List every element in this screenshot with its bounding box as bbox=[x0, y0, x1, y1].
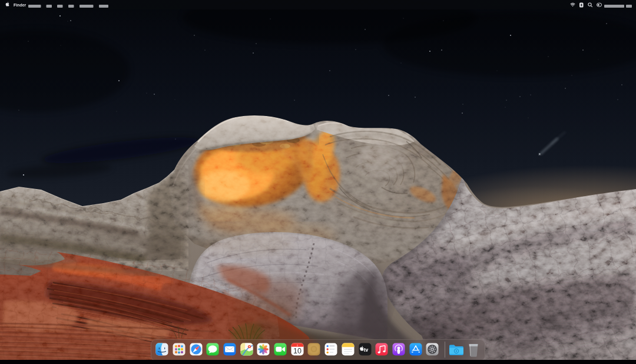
svg-text:2: 2 bbox=[297, 344, 298, 346]
svg-text:tv: tv bbox=[363, 346, 368, 352]
svg-text:10: 10 bbox=[293, 347, 302, 355]
